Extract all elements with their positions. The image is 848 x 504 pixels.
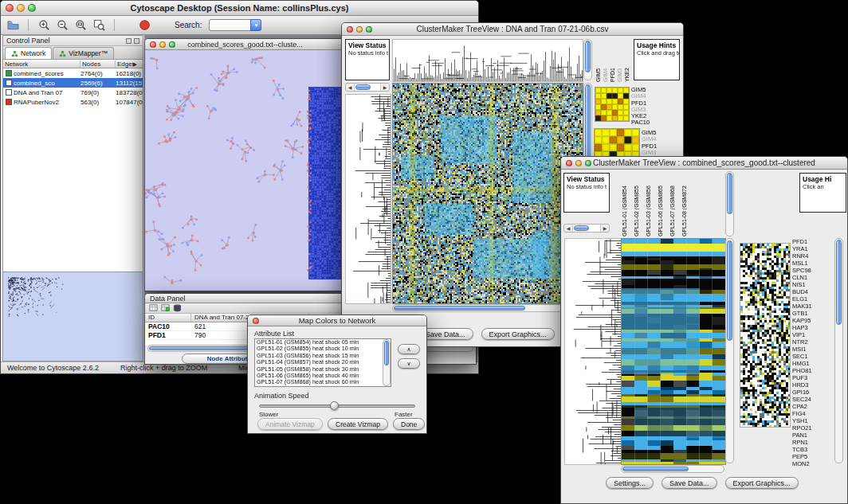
- titlebar-map-colors[interactable]: Map Colors to Network: [248, 315, 426, 326]
- scroll-left-icon[interactable]: ◀: [564, 225, 572, 231]
- attribute-list-item[interactable]: GPL51-07 (GSM868) heat shock 60 min: [255, 379, 391, 385]
- move-down-button[interactable]: ∨: [398, 358, 420, 369]
- row-dendrogram[interactable]: [345, 94, 391, 304]
- gene-label[interactable]: PAN1: [792, 432, 830, 439]
- gene-label[interactable]: SEC24: [792, 396, 830, 403]
- gene-list-vscrollbar[interactable]: [834, 238, 843, 463]
- gene-label[interactable]: RPN1: [792, 439, 830, 446]
- gene-label[interactable]: VIP1: [792, 331, 830, 338]
- scrollbar-thumb[interactable]: [394, 306, 525, 311]
- titlebar-treeview-dna[interactable]: ClusterMaker TreeView : DNA and Tran 07-…: [342, 23, 683, 36]
- network-row[interactable]: RNAPuberNov2 563(0) 107847(0): [3, 97, 143, 107]
- scrollbar-thumb[interactable]: [384, 341, 389, 365]
- dendrogram-hscrollbar[interactable]: ◀ ▶: [345, 83, 390, 92]
- gene-label[interactable]: HAP3: [792, 324, 830, 331]
- panel-tab[interactable]: Network: [5, 47, 52, 59]
- zoom-button[interactable]: [28, 4, 36, 12]
- scrollbar-thumb[interactable]: [727, 173, 732, 214]
- correlation-matrix-small[interactable]: [595, 87, 630, 122]
- close-panel-icon[interactable]: [134, 38, 139, 44]
- row-dendrogram[interactable]: [564, 238, 622, 465]
- scrollbar-thumb[interactable]: [836, 240, 842, 325]
- minimize-button[interactable]: [575, 160, 582, 166]
- gene-label[interactable]: RNR4: [792, 252, 830, 260]
- zoom-button[interactable]: [585, 160, 591, 166]
- scrollbar-thumb[interactable]: [727, 240, 732, 341]
- gene-label[interactable]: PFD1: [792, 238, 830, 245]
- float-panel-icon[interactable]: [126, 38, 132, 44]
- network-overview-panel[interactable]: [3, 272, 143, 361]
- heatmap-hscrollbar[interactable]: [392, 304, 582, 312]
- close-button[interactable]: [6, 4, 14, 12]
- minimize-button[interactable]: [356, 26, 363, 33]
- combo-dropdown-icon[interactable]: ▼: [250, 19, 261, 31]
- gene-label[interactable]: YSH1: [792, 417, 830, 424]
- gene-label[interactable]: BUD4: [792, 288, 830, 295]
- attribute-list[interactable]: GPL51-01 (GSM854) heat shock 05 minGPL51…: [254, 338, 391, 387]
- header-nodes[interactable]: Nodes: [80, 61, 116, 68]
- gene-label[interactable]: PUF3: [792, 374, 830, 381]
- scroll-left-icon[interactable]: ◀: [346, 84, 354, 90]
- gene-label[interactable]: SPC98: [792, 267, 830, 274]
- header-id[interactable]: ID: [145, 314, 191, 322]
- scroll-right-icon[interactable]: ▶: [381, 84, 389, 90]
- create-vizmap-button[interactable]: Create Vizmap: [328, 418, 388, 430]
- gene-label[interactable]: FIG4: [792, 410, 830, 417]
- close-button[interactable]: [150, 41, 156, 48]
- column-dendrogram[interactable]: [392, 39, 583, 82]
- network-row[interactable]: combined_sco 2569(6) 13112(15): [3, 78, 143, 88]
- labels-vscrollbar[interactable]: [725, 171, 734, 236]
- gene-label[interactable]: CPA2: [792, 403, 830, 410]
- gene-label[interactable]: ELG1: [792, 295, 830, 303]
- dendrogram-hscrollbar[interactable]: ◀ ▶: [563, 224, 610, 232]
- gene-label[interactable]: SEC1: [792, 353, 830, 360]
- treeview-button[interactable]: Export Graphics...: [725, 477, 799, 489]
- gene-label[interactable]: PAC10: [631, 119, 650, 126]
- panel-tab[interactable]: VizMapper™: [53, 47, 114, 59]
- heatmap-global-view[interactable]: [392, 83, 583, 304]
- treeview-button[interactable]: Settings...: [606, 477, 654, 489]
- done-button[interactable]: Done: [393, 418, 425, 430]
- minimize-button[interactable]: [159, 41, 166, 48]
- network-graph-view[interactable]: [145, 50, 345, 291]
- zoom-fit-icon[interactable]: [92, 18, 106, 33]
- annotation-icon[interactable]: [137, 18, 151, 33]
- minimize-button[interactable]: [17, 4, 25, 12]
- network-row[interactable]: combined_scores 2764(0) 16218(0): [3, 68, 143, 78]
- gene-label[interactable]: HRD3: [792, 381, 830, 389]
- tab-overflow-button[interactable]: ▶: [133, 61, 141, 69]
- close-button[interactable]: [566, 160, 572, 166]
- open-folder-icon[interactable]: [6, 18, 20, 33]
- gene-label[interactable]: GPI16: [792, 389, 830, 396]
- gene-label[interactable]: GTB1: [792, 310, 830, 317]
- gene-label[interactable]: PHO81: [792, 367, 830, 374]
- gene-label[interactable]: MON2: [792, 460, 830, 467]
- zoom-selected-icon[interactable]: [73, 18, 88, 33]
- zoom-in-icon[interactable]: [37, 18, 51, 33]
- gene-label[interactable]: CLN1: [792, 274, 830, 281]
- heatmap-global-view[interactable]: [621, 238, 726, 465]
- titlebar-treeview-combined[interactable]: ClusterMaker TreeView : combined_scores_…: [561, 157, 847, 170]
- search-combobox[interactable]: ▼: [209, 19, 261, 31]
- gene-label[interactable]: PEP5: [792, 453, 830, 460]
- zoom-button[interactable]: [169, 41, 175, 48]
- heatmap-hscrollbar[interactable]: [621, 465, 724, 473]
- titlebar-main[interactable]: Cytoscape Desktop (Session Name: collins…: [1, 1, 478, 16]
- gene-label[interactable]: NTR2: [792, 338, 830, 346]
- animate-vizmap-button[interactable]: Animate Vizmap: [257, 418, 323, 430]
- gene-label[interactable]: MSI1: [792, 346, 830, 353]
- gene-label[interactable]: MAK31: [792, 303, 830, 310]
- scrollbar-thumb[interactable]: [622, 467, 689, 471]
- gene-label[interactable]: TCB3: [792, 446, 830, 453]
- heatmap-zoom-view[interactable]: [740, 243, 791, 428]
- scrollbar-thumb[interactable]: [585, 41, 591, 72]
- close-button[interactable]: [347, 26, 353, 33]
- gene-label[interactable]: KAP95: [792, 317, 830, 324]
- scroll-right-icon[interactable]: ▶: [601, 225, 609, 231]
- zoom-out-icon[interactable]: [55, 18, 69, 33]
- gene-label[interactable]: NIS1: [792, 281, 830, 288]
- header-network[interactable]: Network: [3, 61, 80, 68]
- network-row[interactable]: DNA and Tran 07 769(0) 183728(0): [3, 88, 143, 97]
- slider-thumb[interactable]: [330, 401, 339, 410]
- heatmap-vscrollbar[interactable]: [725, 238, 734, 463]
